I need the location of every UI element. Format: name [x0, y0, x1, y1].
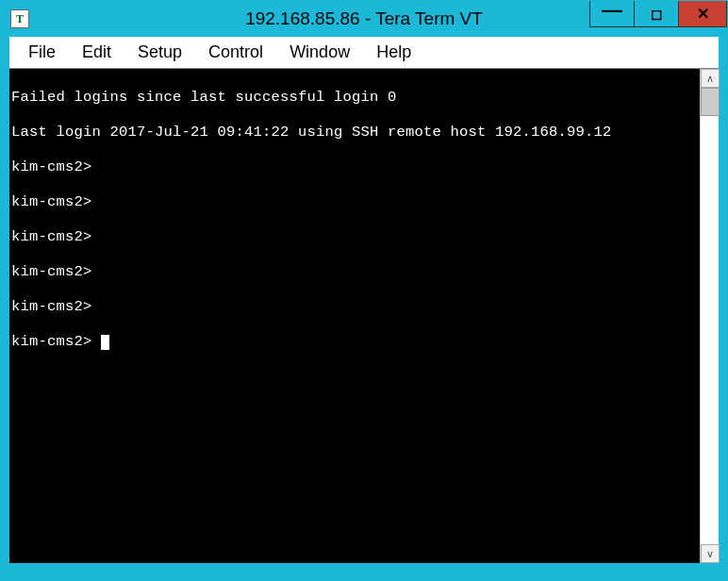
scroll-up-button[interactable]: ∧ [701, 69, 720, 88]
terminal-line: kim-cms2> [11, 193, 700, 211]
terminal-prompt: kim-cms2> [11, 333, 101, 350]
terminal-prompt-line: kim-cms2> [11, 333, 700, 351]
menu-control[interactable]: Control [195, 39, 276, 66]
terminal[interactable]: Failed logins since last successful logi… [9, 69, 700, 563]
close-icon: ✕ [697, 5, 709, 23]
window-client-area: File Edit Setup Control Window Help Fail… [9, 37, 719, 563]
close-button[interactable]: ✕ [678, 1, 727, 27]
terminal-line: Last login 2017-Jul-21 09:41:22 using SS… [11, 124, 700, 141]
minimize-button[interactable]: — [589, 1, 635, 27]
terminal-line: kim-cms2> [11, 298, 700, 316]
scroll-thumb[interactable] [701, 88, 720, 116]
scroll-down-button[interactable]: ∨ [701, 544, 720, 563]
app-window: T 192.168.85.86 - Tera Term VT — ◻ ✕ Fil… [0, 0, 728, 581]
window-controls: — ◻ ✕ [590, 1, 727, 29]
app-icon: T [10, 9, 29, 28]
menu-setup[interactable]: Setup [124, 39, 195, 66]
scrollbar[interactable]: ∧ ∨ [700, 69, 719, 563]
terminal-line: kim-cms2> [11, 263, 700, 281]
menu-edit[interactable]: Edit [69, 39, 124, 66]
terminal-line: kim-cms2> [11, 158, 700, 176]
menu-file[interactable]: File [15, 39, 69, 66]
terminal-wrap: Failed logins since last successful logi… [9, 69, 719, 563]
maximize-icon: ◻ [651, 6, 662, 23]
terminal-line: kim-cms2> [11, 228, 700, 246]
menu-help[interactable]: Help [363, 39, 424, 66]
chevron-down-icon: ∨ [706, 548, 714, 560]
cursor-icon [101, 335, 109, 350]
titlebar[interactable]: T 192.168.85.86 - Tera Term VT — ◻ ✕ [1, 1, 727, 37]
app-icon-letter: T [16, 12, 24, 26]
menubar: File Edit Setup Control Window Help [9, 37, 719, 69]
maximize-button[interactable]: ◻ [634, 1, 679, 27]
chevron-up-icon: ∧ [706, 73, 714, 85]
minimize-icon: — [602, 0, 622, 23]
menu-window[interactable]: Window [276, 39, 363, 66]
terminal-line: Failed logins since last successful logi… [11, 89, 700, 107]
